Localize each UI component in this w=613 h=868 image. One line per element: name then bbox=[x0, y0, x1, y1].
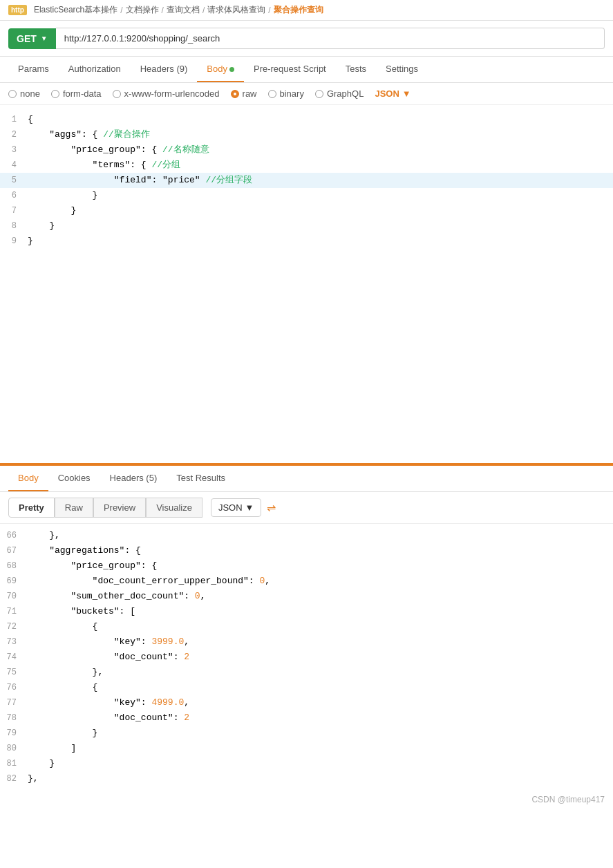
tab-tests[interactable]: Tests bbox=[336, 57, 376, 82]
view-tab-visualize[interactable]: Visualize bbox=[146, 498, 202, 518]
result-format-label: JSON bbox=[218, 502, 243, 513]
breadcrumb-item-2[interactable]: 文档操作 bbox=[126, 4, 159, 16]
sep-4: / bbox=[268, 6, 270, 15]
line-content: } bbox=[28, 726, 613, 740]
result-format-select[interactable]: JSON ▼ bbox=[211, 498, 262, 517]
tab-params[interactable]: Params bbox=[8, 57, 59, 82]
line-number: 67 bbox=[0, 544, 28, 558]
line-content: "doc_count": 2 bbox=[28, 650, 613, 664]
http-icon: http bbox=[8, 5, 27, 15]
tab-pre-request[interactable]: Pre-request Script bbox=[244, 57, 336, 82]
view-tab-raw[interactable]: Raw bbox=[55, 498, 93, 518]
table-row: 71 "buckets": [ bbox=[0, 604, 613, 619]
line-number: 77 bbox=[0, 696, 28, 710]
result-tab-cookies[interactable]: Cookies bbox=[48, 466, 100, 491]
result-tab-body[interactable]: Body bbox=[8, 466, 48, 491]
breadcrumb-bar: http ElasticSearch基本操作 / 文档操作 / 查询文档 / 请… bbox=[0, 0, 613, 21]
line-number: 74 bbox=[0, 650, 28, 664]
tab-authorization[interactable]: Authorization bbox=[59, 57, 131, 82]
line-number: 66 bbox=[0, 529, 28, 542]
line-content: } bbox=[28, 757, 613, 771]
line-content: "aggs": { //聚合操作 bbox=[28, 128, 613, 142]
line-number: 8 bbox=[0, 219, 28, 233]
table-row: 7 } bbox=[0, 203, 613, 218]
result-tab-headers[interactable]: Headers (5) bbox=[100, 466, 167, 491]
request-code-editor[interactable]: 1{2 "aggs": { //聚合操作3 "price_group": { /… bbox=[0, 105, 613, 464]
view-tab-pretty[interactable]: Pretty bbox=[8, 498, 55, 518]
line-content: "key": 3999.0, bbox=[28, 635, 613, 649]
result-view-bar: Pretty Raw Preview Visualize JSON ▼ ⇌ bbox=[0, 492, 613, 524]
result-tab-bar: Body Cookies Headers (5) Test Results bbox=[0, 466, 613, 492]
line-content: "price_group": { bbox=[28, 559, 613, 573]
line-number: 3 bbox=[0, 143, 28, 157]
option-form-data[interactable]: form-data bbox=[51, 88, 102, 99]
table-row: 6 } bbox=[0, 188, 613, 203]
tab-headers[interactable]: Headers (9) bbox=[131, 57, 198, 82]
line-content: }, bbox=[28, 529, 613, 542]
json-format-label: JSON bbox=[375, 88, 399, 99]
tab-body[interactable]: Body bbox=[197, 57, 244, 82]
line-content: { bbox=[28, 620, 613, 634]
line-content: ] bbox=[28, 742, 613, 755]
table-row: 81 } bbox=[0, 756, 613, 771]
table-row: 67 "aggregations": { bbox=[0, 543, 613, 558]
line-number: 6 bbox=[0, 189, 28, 202]
line-number: 80 bbox=[0, 742, 28, 755]
table-row: 75 }, bbox=[0, 665, 613, 680]
line-content: { bbox=[28, 113, 613, 126]
line-number: 69 bbox=[0, 574, 28, 588]
line-number: 5 bbox=[0, 173, 28, 187]
line-content: "buckets": [ bbox=[28, 605, 613, 619]
line-content: }, bbox=[28, 666, 613, 679]
result-section: Body Cookies Headers (5) Test Results Pr… bbox=[0, 464, 613, 791]
result-tab-test-results[interactable]: Test Results bbox=[167, 466, 235, 491]
sep-3: / bbox=[202, 6, 205, 15]
option-urlencoded-label: x-www-form-urlencoded bbox=[124, 88, 220, 99]
sep-2: / bbox=[162, 6, 164, 15]
sep-1: / bbox=[120, 6, 122, 15]
breadcrumb-item-1[interactable]: ElasticSearch基本操作 bbox=[34, 4, 117, 16]
line-number: 4 bbox=[0, 158, 28, 172]
line-content: "field": "price" //分组字段 bbox=[28, 173, 613, 187]
radio-form-data bbox=[51, 90, 59, 98]
option-graphql[interactable]: GraphQL bbox=[315, 88, 364, 99]
line-number: 71 bbox=[0, 605, 28, 619]
line-number: 2 bbox=[0, 128, 28, 142]
option-none[interactable]: none bbox=[8, 88, 40, 99]
line-content: { bbox=[28, 681, 613, 695]
tab-settings[interactable]: Settings bbox=[376, 57, 428, 82]
radio-graphql bbox=[315, 90, 323, 98]
view-tab-preview[interactable]: Preview bbox=[93, 498, 146, 518]
table-row: 8 } bbox=[0, 218, 613, 234]
radio-none bbox=[8, 90, 17, 98]
breadcrumb-item-3[interactable]: 查询文档 bbox=[167, 4, 200, 16]
table-row: 80 ] bbox=[0, 741, 613, 756]
json-format-dropdown[interactable]: JSON ▼ bbox=[375, 88, 411, 99]
chevron-down-icon: ▼ bbox=[245, 502, 254, 513]
table-row: 70 "sum_other_doc_count": 0, bbox=[0, 589, 613, 604]
option-raw-label: raw bbox=[243, 88, 257, 99]
body-dot bbox=[229, 67, 234, 72]
option-form-data-label: form-data bbox=[63, 88, 102, 99]
table-row: 66 }, bbox=[0, 528, 613, 543]
radio-urlencoded bbox=[113, 90, 121, 98]
line-content: } bbox=[28, 219, 613, 233]
table-row: 1{ bbox=[0, 112, 613, 127]
method-select[interactable]: GET ▼ bbox=[8, 28, 56, 49]
line-number: 78 bbox=[0, 711, 28, 725]
url-input[interactable] bbox=[56, 28, 605, 49]
line-content: "terms": { //分组 bbox=[28, 158, 613, 172]
body-options-bar: none form-data x-www-form-urlencoded raw… bbox=[0, 83, 613, 105]
option-raw[interactable]: raw bbox=[231, 88, 257, 99]
line-content: } bbox=[28, 234, 613, 248]
line-number: 68 bbox=[0, 559, 28, 573]
table-row: 76 { bbox=[0, 680, 613, 695]
watermark: CSDN @timeup417 bbox=[0, 791, 613, 809]
line-content: "doc_count_error_upper_bound": 0, bbox=[28, 574, 613, 588]
line-number: 75 bbox=[0, 666, 28, 679]
breadcrumb-item-4[interactable]: 请求体风格查询 bbox=[207, 4, 265, 16]
filter-icon[interactable]: ⇌ bbox=[267, 501, 276, 514]
option-binary[interactable]: binary bbox=[268, 88, 304, 99]
line-content: "sum_other_doc_count": 0, bbox=[28, 589, 613, 603]
option-urlencoded[interactable]: x-www-form-urlencoded bbox=[113, 88, 220, 99]
